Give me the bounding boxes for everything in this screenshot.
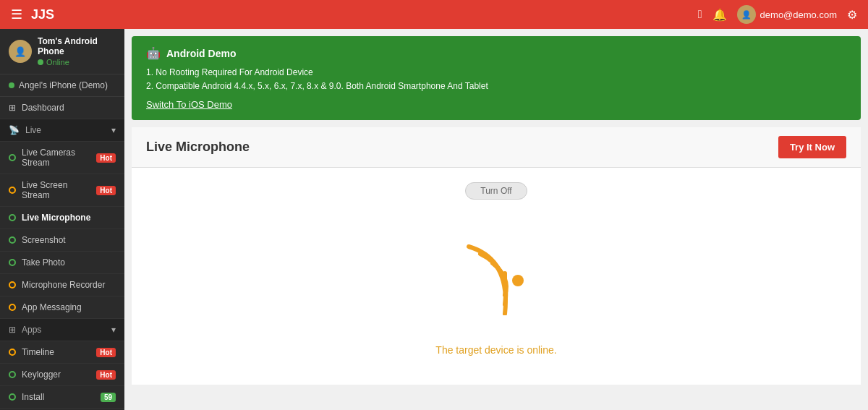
dashboard-label: Dashboard	[22, 103, 64, 113]
demo-title-text: Android Demo	[166, 48, 236, 59]
install-status-icon	[9, 393, 16, 401]
apps-icon: ⊞	[9, 325, 16, 335]
device-status: Online	[38, 58, 116, 67]
live-screen-label: Live Screen Stream	[22, 180, 90, 200]
sidebar-item-dashboard[interactable]: ⊞ Dashboard	[0, 97, 124, 119]
page-title: Live Microphone	[146, 140, 250, 155]
android-demo-banner: 🤖 Android Demo 1. No Rooting Required Fo…	[132, 36, 861, 120]
share-icon[interactable]: ⚙	[847, 8, 857, 22]
sidebar-item-screenshot[interactable]: Screenshot	[0, 229, 124, 252]
signal-icon-container	[453, 243, 540, 315]
secondary-status-dot	[9, 82, 14, 88]
live-chevron-icon: ▾	[111, 125, 116, 135]
live-cameras-status-icon	[9, 154, 16, 161]
keylogger-status-icon	[9, 371, 16, 378]
install-badge: 59	[101, 393, 116, 402]
sidebar-section-live[interactable]: 📡 Live ▾	[0, 119, 124, 142]
keylogger-label: Keylogger	[22, 370, 61, 380]
live-icon: 📡	[9, 125, 20, 135]
header-right:  🔔 👤 demo@demo.com ⚙	[698, 5, 857, 24]
primary-device-section: 👤 Tom's Android Phone Online	[0, 29, 124, 74]
secondary-device[interactable]: Angel's iPhone (Demo)	[0, 74, 124, 97]
svg-point-0	[512, 275, 524, 286]
toggle-label: Turn Off	[480, 186, 511, 196]
sidebar-item-live-screen[interactable]: Live Screen Stream Hot	[0, 174, 124, 207]
device-details: Tom's Android Phone Online	[38, 36, 116, 67]
main-layout: 👤 Tom's Android Phone Online Angel's iPh…	[0, 29, 868, 410]
header-user[interactable]: 👤 demo@demo.com	[737, 5, 837, 24]
sidebar: 👤 Tom's Android Phone Online Angel's iPh…	[0, 29, 124, 410]
demo-banner-body: 1. No Rooting Required For Android Devic…	[146, 66, 846, 93]
demo-line1: 1. No Rooting Required For Android Devic…	[146, 66, 846, 80]
switch-to-ios-link[interactable]: Switch To iOS Demo	[146, 99, 232, 110]
hamburger-icon[interactable]: ☰	[11, 7, 22, 22]
dashboard-icon: ⊞	[9, 103, 16, 113]
turn-off-toggle[interactable]: Turn Off	[465, 182, 527, 200]
user-avatar: 👤	[737, 5, 756, 24]
page-header: Live Microphone Try It Now	[132, 127, 861, 168]
status-text: The target device is online.	[435, 344, 556, 356]
android-icon: 🤖	[146, 46, 161, 60]
bell-icon[interactable]: 🔔	[712, 8, 727, 22]
take-photo-label: Take Photo	[22, 257, 65, 268]
apple-icon: 	[698, 8, 702, 21]
device-avatar: 👤	[9, 40, 32, 63]
status-indicator	[38, 59, 43, 65]
sidebar-item-take-photo[interactable]: Take Photo	[0, 252, 124, 274]
logo: JJS	[31, 7, 54, 22]
apps-section-label: Apps	[22, 325, 41, 335]
screenshot-status-icon	[9, 236, 16, 244]
secondary-device-name: Angel's iPhone (Demo)	[19, 80, 108, 90]
apps-chevron-icon: ▾	[111, 325, 116, 335]
user-email: demo@demo.com	[760, 9, 837, 20]
live-mic-status-icon	[9, 214, 16, 221]
sidebar-section-apps[interactable]: ⊞ Apps ▾	[0, 319, 124, 341]
live-screen-badge: Hot	[96, 186, 116, 195]
live-mic-label: Live Microphone	[22, 213, 90, 223]
device-info: 👤 Tom's Android Phone Online	[9, 36, 116, 67]
keylogger-badge: Hot	[96, 370, 116, 380]
timeline-label: Timeline	[22, 347, 54, 357]
section-title-live: 📡 Live	[9, 125, 41, 135]
app-messaging-label: App Messaging	[22, 302, 82, 312]
timeline-status-icon	[9, 349, 16, 356]
live-cameras-badge: Hot	[96, 153, 116, 163]
sidebar-item-live-microphone[interactable]: Live Microphone	[0, 207, 124, 229]
take-photo-status-icon	[9, 259, 16, 266]
sidebar-item-app-messaging[interactable]: App Messaging	[0, 296, 124, 319]
sidebar-item-live-cameras[interactable]: Live Cameras Stream Hot	[0, 142, 124, 174]
sidebar-item-install[interactable]: Install 59	[0, 386, 124, 409]
sidebar-item-mic-recorder[interactable]: Microphone Recorder	[0, 274, 124, 296]
timeline-badge: Hot	[96, 348, 116, 357]
try-it-now-button[interactable]: Try It Now	[778, 136, 846, 158]
live-section-label: Live	[25, 125, 41, 135]
demo-banner-title: 🤖 Android Demo	[146, 46, 846, 60]
sidebar-item-timeline[interactable]: Timeline Hot	[0, 341, 124, 364]
top-header: ☰ JJS  🔔 👤 demo@demo.com ⚙	[0, 0, 868, 29]
live-screen-status-icon	[9, 187, 16, 194]
mic-recorder-status-icon	[9, 281, 16, 289]
microphone-content-area: Turn Off The target device is	[132, 168, 861, 385]
app-messaging-status-icon	[9, 304, 16, 311]
install-label: Install	[22, 392, 44, 402]
sidebar-item-keylogger[interactable]: Keylogger Hot	[0, 364, 124, 386]
header-left: ☰ JJS	[11, 7, 54, 22]
screenshot-label: Screenshot	[22, 235, 66, 245]
device-name: Tom's Android Phone	[38, 36, 116, 56]
mic-recorder-label: Microphone Recorder	[22, 280, 105, 290]
section-title-apps: ⊞ Apps	[9, 325, 41, 335]
wifi-signal-icon	[453, 243, 540, 315]
main-content: 🤖 Android Demo 1. No Rooting Required Fo…	[124, 29, 868, 410]
demo-line2: 2. Compatible Android 4.4.x, 5.x, 6.x, 7…	[146, 80, 846, 93]
live-cameras-label: Live Cameras Stream	[22, 148, 90, 168]
